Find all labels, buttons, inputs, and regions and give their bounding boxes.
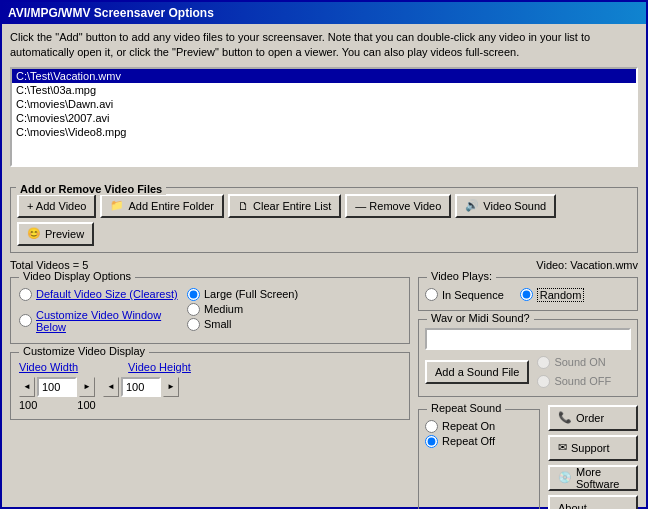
video-name-status: Video: Vacation.wmv [536, 259, 638, 271]
title-bar: AVI/MPG/WMV Screensaver Options [2, 2, 646, 24]
in-sequence-label: In Sequence [442, 289, 504, 301]
list-item[interactable]: C:\movies\2007.avi [12, 111, 636, 125]
height-input[interactable] [121, 377, 161, 397]
sound-off-radio[interactable]: Sound OFF [537, 375, 611, 388]
repeat-off-label: Repeat Off [442, 435, 495, 447]
file-list[interactable]: C:\Test\Vacation.wmvC:\Test\03a.mpgC:\mo… [10, 67, 638, 167]
sound-on-label: Sound ON [554, 356, 605, 368]
repeat-on-label: Repeat On [442, 420, 495, 432]
add-video-button[interactable]: + Add Video [17, 194, 96, 218]
customize-link-option[interactable]: Customize Video Window Below [19, 309, 179, 333]
sound-file-input[interactable] [425, 328, 631, 350]
wav-midi-group: Wav or Midi Sound? Add a Sound File Soun… [418, 319, 638, 397]
medium-radio[interactable]: Medium [187, 303, 401, 316]
about-button[interactable]: About [548, 495, 638, 509]
in-sequence-radio[interactable]: In Sequence [425, 288, 504, 302]
height-increase-btn[interactable]: ► [163, 377, 179, 397]
order-button[interactable]: 📞 Order [548, 405, 638, 431]
width-value: 100 [19, 399, 37, 411]
video-height-label[interactable]: Video Height [128, 361, 191, 373]
height-spinner: ◄ ► [103, 377, 179, 397]
default-size-label: Default Video Size (Clearest) [36, 288, 178, 300]
wav-midi-label: Wav or Midi Sound? [427, 312, 534, 324]
default-size-radio[interactable]: Default Video Size (Clearest) [19, 288, 179, 301]
list-item[interactable]: C:\Test\Vacation.wmv [12, 69, 636, 83]
repeat-off-radio[interactable]: Repeat Off [425, 435, 533, 448]
random-label: Random [537, 288, 585, 302]
preview-button[interactable]: 😊 Preview [17, 222, 94, 246]
customize-link: Customize Video Window Below [36, 309, 179, 333]
clear-list-button[interactable]: 🗋 Clear Entire List [228, 194, 341, 218]
support-button[interactable]: ✉ Support [548, 435, 638, 461]
large-label: Large (Full Screen) [204, 288, 298, 300]
video-plays-label: Video Plays: [427, 270, 496, 282]
description-text: Click the "Add" button to add any video … [10, 30, 638, 61]
remove-video-button[interactable]: — Remove Video [345, 194, 451, 218]
add-sound-button[interactable]: Add a Sound File [425, 360, 529, 384]
add-folder-button[interactable]: 📁 Add Entire Folder [100, 194, 224, 218]
medium-label: Medium [204, 303, 243, 315]
support-icon: ✉ [558, 441, 567, 454]
right-buttons-panel: 📞 Order ✉ Support 💿 More Software Ab [548, 405, 638, 509]
video-sound-button[interactable]: 🔊 Video Sound [455, 194, 556, 218]
small-label: Small [204, 318, 232, 330]
video-width-label[interactable]: Video Width [19, 361, 78, 373]
clear-icon: 🗋 [238, 200, 249, 212]
sound-on-radio[interactable]: Sound ON [537, 356, 611, 369]
customize-display-label: Customize Video Display [19, 345, 149, 357]
height-value: 100 [77, 399, 95, 411]
video-plays-group: Video Plays: In Sequence Random [418, 277, 638, 311]
window-title: AVI/MPG/WMV Screensaver Options [8, 6, 214, 20]
more-software-icon: 💿 [558, 471, 572, 484]
preview-icon: 😊 [27, 227, 41, 240]
random-radio[interactable]: Random [520, 288, 585, 302]
speaker-icon: 🔊 [465, 199, 479, 212]
video-display-label: Video Display Options [19, 270, 135, 282]
add-folder-icon: 📁 [110, 199, 124, 212]
sound-off-label: Sound OFF [554, 375, 611, 387]
add-remove-label: Add or Remove Video Files [16, 183, 166, 195]
repeat-sound-label: Repeat Sound [427, 402, 505, 414]
more-software-button[interactable]: 💿 More Software [548, 465, 638, 491]
main-window: AVI/MPG/WMV Screensaver Options Click th… [0, 0, 648, 509]
list-item[interactable]: C:\Test\03a.mpg [12, 83, 636, 97]
video-display-group: Video Display Options Default Video Size… [10, 277, 410, 344]
width-decrease-btn[interactable]: ◄ [19, 377, 35, 397]
list-item[interactable]: C:\movies\Video8.mpg [12, 125, 636, 139]
height-decrease-btn[interactable]: ◄ [103, 377, 119, 397]
repeat-on-radio[interactable]: Repeat On [425, 420, 533, 433]
order-icon: 📞 [558, 411, 572, 424]
width-increase-btn[interactable]: ► [79, 377, 95, 397]
large-radio[interactable]: Large (Full Screen) [187, 288, 401, 301]
customize-display-group: Customize Video Display Video Width Vide… [10, 352, 410, 420]
repeat-sound-group: Repeat Sound Repeat On Repeat Off [418, 409, 540, 509]
width-spinner: ◄ ► [19, 377, 95, 397]
small-radio[interactable]: Small [187, 318, 401, 331]
list-item[interactable]: C:\movies\Dawn.avi [12, 97, 636, 111]
width-input[interactable] [37, 377, 77, 397]
